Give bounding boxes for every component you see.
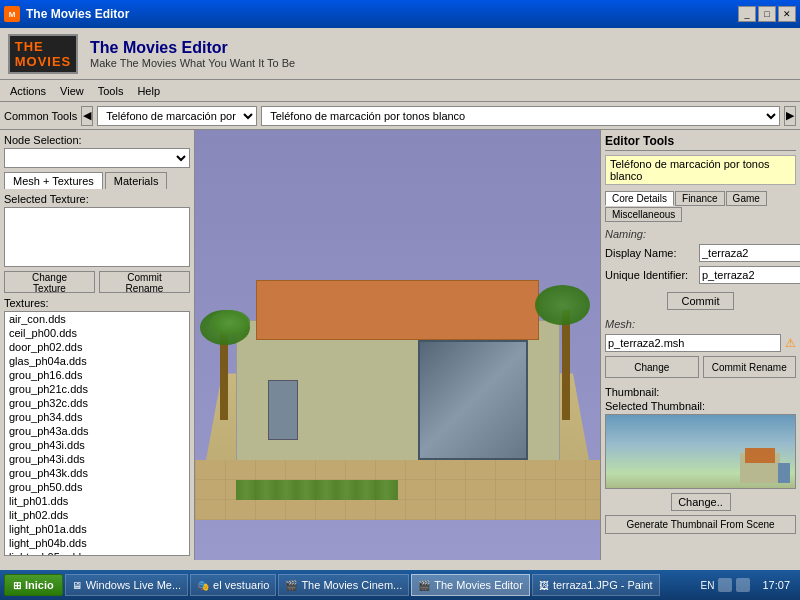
app-header: THEMOVIES The Movies Editor Make The Mov… xyxy=(0,28,800,80)
texture-list-item[interactable]: grou_ph43i.dds xyxy=(5,438,189,452)
commit-button[interactable]: Commit xyxy=(667,292,735,310)
texture-list-item[interactable]: light_ph01a.dds xyxy=(5,522,189,536)
generate-thumbnail-button[interactable]: Generate Thumbnail From Scene xyxy=(605,515,796,534)
menu-actions[interactable]: Actions xyxy=(4,83,52,99)
taskbar-icon-wlm: 🖥 xyxy=(72,580,82,591)
texture-list: air_con.ddsceil_ph00.ddsdoor_ph02.ddsgla… xyxy=(4,311,190,556)
title-bar: M The Movies Editor _ □ ✕ xyxy=(0,0,800,28)
menu-help[interactable]: Help xyxy=(131,83,166,99)
editor-tools-header: Editor Tools xyxy=(605,134,796,151)
taskbar-el-vestuario[interactable]: 🎭 el vestuario xyxy=(190,574,276,596)
tab-game[interactable]: Game xyxy=(726,191,767,206)
taskbar: ⊞ Inicio 🖥 Windows Live Me... 🎭 el vestu… xyxy=(0,570,800,600)
tab-core-details[interactable]: Core Details xyxy=(605,191,674,206)
texture-list-item[interactable]: grou_ph34.dds xyxy=(5,410,189,424)
texture-list-item[interactable]: grou_ph50.dds xyxy=(5,480,189,494)
texture-list-item[interactable]: glas_ph04a.dds xyxy=(5,354,189,368)
tray-icon-1 xyxy=(718,578,732,592)
mesh-section-title: Mesh: xyxy=(605,318,796,330)
commit-rename-mesh-button[interactable]: Commit Rename xyxy=(703,356,797,378)
tray-en: EN xyxy=(701,580,715,591)
windows-logo-icon: ⊞ xyxy=(13,580,21,591)
node-selection-label: Node Selection: xyxy=(4,134,190,146)
center-viewport xyxy=(195,130,600,560)
app-icon: M xyxy=(4,6,20,22)
node-dropdown-toolbar[interactable]: Teléfono de marcación por xyxy=(97,106,257,126)
display-name-input[interactable] xyxy=(699,244,800,262)
taskbar-icon-ves: 🎭 xyxy=(197,580,209,591)
close-button[interactable]: ✕ xyxy=(778,6,796,22)
start-button[interactable]: ⊞ Inicio xyxy=(4,574,63,596)
textures-label: Textures: xyxy=(4,297,190,309)
taskbar-paint[interactable]: 🖼 terraza1.JPG - Paint xyxy=(532,574,660,596)
tab-finance[interactable]: Finance xyxy=(675,191,725,206)
taskbar-windows-live[interactable]: 🖥 Windows Live Me... xyxy=(65,574,188,596)
texture-list-item[interactable]: ceil_ph00.dds xyxy=(5,326,189,340)
common-tools-label: Common Tools xyxy=(4,110,77,122)
thumbnail-label: Thumbnail: xyxy=(605,386,796,398)
toolbar-collapse[interactable]: ◀ xyxy=(81,106,93,126)
texture-list-item[interactable]: door_ph02.dds xyxy=(5,340,189,354)
texture-list-item[interactable]: lit_ph01.dds xyxy=(5,494,189,508)
taskbar-icon-paint: 🖼 xyxy=(539,580,549,591)
mesh-input[interactable] xyxy=(605,334,781,352)
unique-id-label: Unique Identifier: xyxy=(605,269,695,281)
commit-rename-button-left[interactable]: CommitRename xyxy=(99,271,190,293)
thumbnail-preview xyxy=(605,414,796,489)
change-texture-button[interactable]: ChangeTexture xyxy=(4,271,95,293)
texture-list-item[interactable]: lit_ph02.dds xyxy=(5,508,189,522)
minimize-button[interactable]: _ xyxy=(738,6,756,22)
texture-list-item[interactable]: grou_ph43i.dds xyxy=(5,452,189,466)
menu-view[interactable]: View xyxy=(54,83,90,99)
taskbar-icon-ed: 🎬 xyxy=(418,580,430,591)
window-title: The Movies Editor xyxy=(26,7,129,21)
display-name-label: Display Name: xyxy=(605,247,695,259)
app-logo: THEMOVIES xyxy=(8,34,78,74)
change-thumbnail-button[interactable]: Change.. xyxy=(671,493,731,511)
naming-section-title: Naming: xyxy=(605,228,796,240)
maximize-button[interactable]: □ xyxy=(758,6,776,22)
right-panel: Editor Tools Teléfono de marcación por t… xyxy=(600,130,800,560)
taskbar-icon-cin: 🎬 xyxy=(285,580,297,591)
taskbar-movies-cinema[interactable]: 🎬 The Movies Cinem... xyxy=(278,574,409,596)
tab-mesh-textures[interactable]: Mesh + Textures xyxy=(4,172,103,189)
texture-list-item[interactable]: grou_ph21c.dds xyxy=(5,382,189,396)
object-dropdown-toolbar[interactable]: Teléfono de marcación por tonos blanco xyxy=(261,106,780,126)
app-title: The Movies Editor xyxy=(90,39,295,57)
selected-texture-label: Selected Texture: xyxy=(4,193,190,205)
texture-list-item[interactable]: light_ph04b.dds xyxy=(5,536,189,550)
editor-tools-subtitle: Teléfono de marcación por tonos blanco xyxy=(605,155,796,185)
tray-icon-2 xyxy=(736,578,750,592)
tab-materials[interactable]: Materials xyxy=(105,172,168,189)
texture-list-item[interactable]: grou_ph32c.dds xyxy=(5,396,189,410)
texture-list-item[interactable]: grou_ph16.dds xyxy=(5,368,189,382)
app-subtitle: Make The Movies What You Want It To Be xyxy=(90,57,295,69)
tab-miscellaneous[interactable]: Miscellaneous xyxy=(605,207,682,222)
mesh-warning-icon: ⚠ xyxy=(785,336,796,350)
toolbar-row: Common Tools ◀ Teléfono de marcación por… xyxy=(0,102,800,130)
node-select-dropdown[interactable] xyxy=(4,148,190,168)
texture-list-item[interactable]: grou_ph43a.dds xyxy=(5,424,189,438)
texture-list-item[interactable]: air_con.dds xyxy=(5,312,189,326)
change-mesh-button[interactable]: Change xyxy=(605,356,699,378)
menu-bar: Actions View Tools Help xyxy=(0,80,800,102)
taskbar-items: 🖥 Windows Live Me... 🎭 el vestuario 🎬 Th… xyxy=(65,574,695,596)
texture-preview xyxy=(4,207,190,267)
texture-list-item[interactable]: grou_ph43k.dds xyxy=(5,466,189,480)
unique-id-input[interactable] xyxy=(699,266,800,284)
clock: 17:07 xyxy=(756,579,796,591)
taskbar-tray: EN xyxy=(697,578,755,592)
right-panel-collapse[interactable]: ▶ xyxy=(784,106,796,126)
texture-list-item[interactable]: light_ph05a.dds xyxy=(5,550,189,556)
selected-thumbnail-label: Selected Thumbnail: xyxy=(605,400,796,412)
taskbar-movies-editor[interactable]: 🎬 The Movies Editor xyxy=(411,574,530,596)
menu-tools[interactable]: Tools xyxy=(92,83,130,99)
left-panel: Node Selection: Mesh + Textures Material… xyxy=(0,130,195,560)
